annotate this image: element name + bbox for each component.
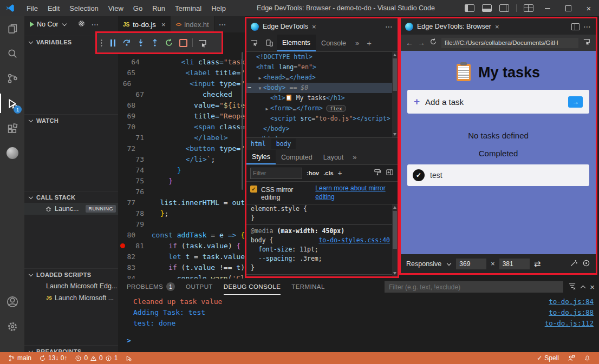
code-line[interactable]: 83 if (t.value !== t): [118, 262, 245, 273]
close-icon[interactable]: ×: [312, 23, 316, 31]
inspect-button[interactable]: [583, 38, 591, 48]
back-button[interactable]: ←: [406, 38, 413, 47]
dom-tree-row[interactable]: ▶<head>…</head>: [246, 72, 398, 83]
menu-item[interactable]: Help: [206, 2, 231, 15]
toggle-secondary-sidebar-icon[interactable]: [499, 4, 509, 12]
loaded-script-item[interactable]: JSLaunch Microsoft ...: [24, 292, 118, 304]
menu-item[interactable]: Selection: [64, 2, 103, 15]
restart-button[interactable]: [163, 36, 175, 49]
close-panel-icon[interactable]: ×: [590, 282, 595, 292]
styles-scrollbar[interactable]: [392, 204, 398, 276]
css-property[interactable]: --spacing: .3rem;: [246, 254, 398, 263]
toggle-panel-icon[interactable]: [482, 4, 492, 12]
sidebar-item-edge-tools[interactable]: [0, 141, 24, 166]
code-line[interactable]: 73 </li>`;: [118, 154, 245, 164]
debug-gear-button[interactable]: [77, 19, 86, 29]
code-area[interactable]: 64 <li class="task65 <label title="66 <i…: [118, 56, 245, 279]
code-line[interactable]: 82 let t = task.value: [118, 251, 245, 262]
code-line[interactable]: 84 console.warn('Cl: [118, 273, 245, 279]
toggle-hover-state[interactable]: :hov: [307, 170, 319, 176]
browser-tab[interactable]: Edge DevTools: Browser: [417, 23, 491, 30]
tab-layout[interactable]: Layout: [318, 150, 349, 164]
code-line[interactable]: 79: [118, 219, 245, 229]
forward-button[interactable]: →: [418, 38, 425, 47]
dom-tree-row[interactable]: <h1> My tasks</h1>: [246, 93, 398, 103]
flex-badge[interactable]: flex: [326, 105, 346, 112]
new-style-rule-icon[interactable]: +: [338, 169, 342, 177]
sidebar-item-explorer[interactable]: [0, 16, 24, 41]
code-line[interactable]: 70 <span class=: [118, 121, 245, 132]
source-link[interactable]: to-do.js:88: [549, 308, 594, 316]
viewport-width-input[interactable]: [456, 259, 486, 269]
menu-item[interactable]: Run: [147, 2, 170, 15]
code-line[interactable]: 64 <li class="task: [118, 56, 245, 67]
stylesheet-link[interactable]: to-do-styles.css:40: [318, 236, 390, 245]
responsive-mode-select[interactable]: Responsive: [406, 260, 441, 268]
source-link[interactable]: to-do.js:84: [549, 297, 594, 306]
expand-arrow-icon[interactable]: ▶: [264, 104, 270, 114]
completed-task-item[interactable]: ✓ test: [407, 164, 589, 186]
devtools-tab[interactable]: Edge DevTools: [263, 23, 308, 30]
code-line[interactable]: 69 title="Reope: [118, 110, 245, 121]
code-line[interactable]: 65 <label title=": [118, 67, 245, 78]
tab-console[interactable]: Console: [316, 35, 351, 51]
dom-tree-row[interactable]: </html>: [246, 134, 398, 137]
step-into-button[interactable]: [135, 36, 147, 49]
menu-item[interactable]: View: [103, 2, 128, 15]
code-line[interactable]: 76: [118, 186, 245, 197]
debug-views-more-icon[interactable]: ⋯: [92, 20, 100, 29]
dom-tree-row[interactable]: <!DOCTYPE html>: [246, 52, 398, 62]
breadcrumb-html[interactable]: html: [246, 140, 270, 148]
branch-indicator[interactable]: main: [5, 352, 34, 364]
tab-elements[interactable]: Elements: [277, 35, 316, 51]
reload-button[interactable]: [429, 38, 437, 48]
breakpoint-dot[interactable]: [118, 243, 127, 248]
add-task-input[interactable]: Add a task: [425, 97, 464, 107]
body-rule-selector[interactable]: body {: [251, 236, 274, 245]
maximize-panel-icon[interactable]: [581, 285, 586, 290]
minimize-button[interactable]: [537, 0, 558, 16]
code-line[interactable]: 66 <input type=": [118, 78, 245, 89]
close-tab-icon[interactable]: ×: [161, 21, 166, 29]
feedback-button[interactable]: [565, 354, 578, 362]
source-link[interactable]: to-do.js:112: [545, 319, 594, 327]
sidebar-item-search[interactable]: [0, 41, 24, 66]
tab-computed[interactable]: Computed: [276, 150, 318, 164]
add-tool-icon[interactable]: +: [363, 35, 375, 51]
code-line[interactable]: 74 }: [118, 164, 245, 175]
expand-arrow-icon[interactable]: ▶: [257, 73, 263, 83]
filter-options-button[interactable]: [568, 282, 576, 292]
css-mirror-checkbox[interactable]: ✓: [250, 186, 257, 193]
dom-tree-row[interactable]: <script src="to-do.js"></script>: [246, 114, 398, 124]
inspect-button[interactable]: [246, 35, 262, 51]
code-line[interactable]: 77 list.innerHTML = out: [118, 197, 245, 208]
call-stack-item[interactable]: Launc... RUNNING: [24, 203, 118, 215]
close-button[interactable]: ×: [578, 0, 599, 16]
breadcrumb-body[interactable]: body: [271, 138, 296, 149]
pause-button[interactable]: [107, 36, 119, 49]
customize-layout-icon[interactable]: [524, 4, 533, 12]
code-line[interactable]: 78 };: [118, 208, 245, 219]
tab-problems[interactable]: PROBLEMS1: [127, 279, 175, 295]
tab-index-html[interactable]: <> index.ht: [171, 16, 214, 32]
toggle-class[interactable]: .cls: [323, 170, 333, 176]
code-line[interactable]: 75 }: [118, 175, 245, 186]
code-line[interactable]: 67 checked: [118, 89, 245, 100]
notifications-button[interactable]: [581, 355, 594, 362]
sync-indicator[interactable]: 13↓ 0↑: [36, 352, 70, 364]
spell-checker-status[interactable]: ✓Spell: [534, 354, 562, 362]
maximize-button[interactable]: [558, 0, 578, 16]
css-property[interactable]: font-size: 11pt;: [246, 245, 398, 254]
submit-task-button[interactable]: →: [568, 96, 583, 108]
dom-tree-row[interactable]: </body>: [246, 124, 398, 134]
launch-config-select[interactable]: No Cor: [37, 21, 58, 28]
url-input[interactable]: [441, 38, 578, 48]
accounts-button[interactable]: [0, 289, 24, 314]
code-line[interactable]: 81 if (task.value) {: [118, 240, 245, 251]
more-style-tabs-icon[interactable]: »: [349, 150, 360, 164]
menu-item[interactable]: File: [22, 2, 43, 15]
add-task-form[interactable]: + Add a task →: [407, 90, 589, 114]
code-line[interactable]: 68 value="${ite: [118, 100, 245, 110]
menu-item[interactable]: Go: [128, 2, 147, 15]
dom-tree-row[interactable]: <html lang="en">: [246, 62, 398, 72]
